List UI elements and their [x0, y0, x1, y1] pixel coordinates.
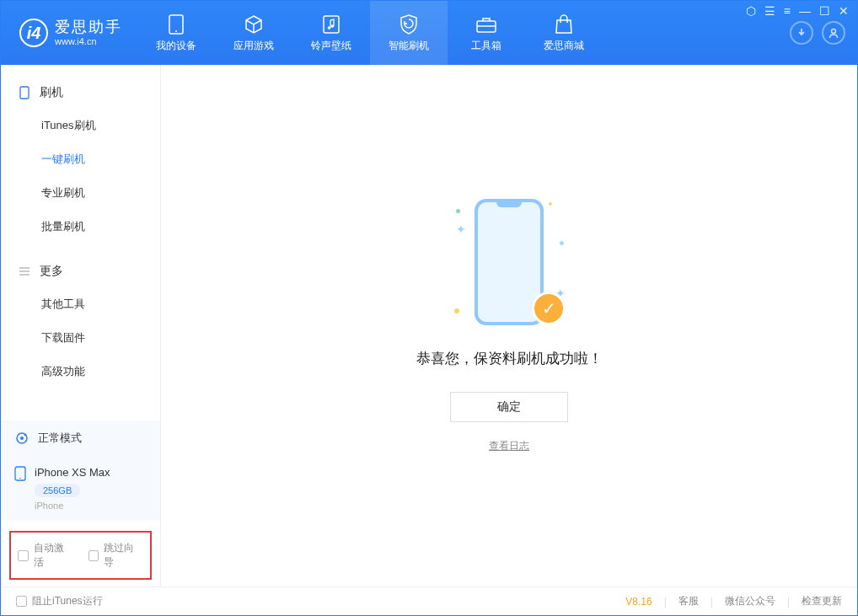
app-name: 爱思助手: [55, 19, 122, 36]
sidebar-section-more[interactable]: 更多: [1, 255, 160, 287]
header: ⬡ ☰ ≡ — ☐ ✕ i4 爱思助手 www.i4.cn 我的设备 应用游戏: [1, 1, 857, 65]
device-storage: 256GB: [35, 484, 80, 497]
music-icon: [320, 13, 342, 35]
shirt-icon[interactable]: ⬡: [746, 4, 756, 18]
phone-icon: [18, 86, 31, 99]
tab-toolbox[interactable]: 工具箱: [448, 1, 525, 65]
footer: 阻止iTunes运行 V8.16 | 客服 | 微信公众号 | 检查更新: [1, 587, 857, 615]
svg-rect-2: [324, 16, 339, 33]
toolbox-icon: [475, 13, 497, 35]
close-icon[interactable]: ✕: [839, 4, 849, 18]
success-illustration: ✦✦ ✓: [454, 199, 564, 334]
maximize-icon[interactable]: ☐: [819, 4, 830, 18]
footer-link-update[interactable]: 检查更新: [802, 594, 842, 608]
tab-ringtones[interactable]: 铃声壁纸: [292, 1, 370, 65]
tab-my-device[interactable]: 我的设备: [137, 1, 215, 65]
device-name: iPhone XS Max: [35, 466, 110, 479]
list-icon[interactable]: ☰: [764, 4, 775, 18]
device-mode[interactable]: 正常模式: [1, 420, 160, 456]
checkbox-box: [16, 596, 27, 607]
sidebar-section-flash[interactable]: 刷机: [1, 77, 160, 109]
logo-icon: i4: [19, 19, 48, 47]
svg-point-6: [832, 29, 836, 34]
bag-icon: [553, 13, 575, 35]
sidebar-item-pro-flash[interactable]: 专业刷机: [1, 176, 160, 210]
device-icon-small: [14, 466, 26, 481]
sidebar-item-itunes-flash[interactable]: iTunes刷机: [1, 109, 160, 142]
user-button[interactable]: [822, 21, 845, 45]
more-icon: [18, 265, 31, 278]
cube-icon: [243, 13, 265, 35]
menu-icon[interactable]: ≡: [784, 4, 791, 18]
check-icon: ✓: [532, 292, 566, 325]
ok-button[interactable]: 确定: [450, 392, 568, 422]
checkbox-box: [18, 550, 29, 561]
minimize-icon[interactable]: —: [799, 4, 811, 18]
checkbox-block-itunes[interactable]: 阻止iTunes运行: [16, 594, 103, 608]
logo[interactable]: i4 爱思助手 www.i4.cn: [1, 1, 137, 65]
svg-point-4: [331, 24, 335, 28]
checkbox-box: [88, 550, 99, 561]
svg-point-11: [19, 478, 21, 479]
shield-icon: [398, 13, 420, 35]
app-url: www.i4.cn: [55, 36, 122, 46]
window-controls: ⬡ ☰ ≡ — ☐ ✕: [746, 4, 849, 18]
device-info[interactable]: iPhone XS Max 256GB iPhone: [1, 456, 160, 521]
tab-store[interactable]: 爱思商城: [525, 1, 603, 65]
sidebar-item-download-firmware[interactable]: 下载固件: [1, 321, 160, 355]
svg-point-1: [175, 30, 177, 32]
sidebar-item-other-tools[interactable]: 其他工具: [1, 287, 160, 321]
checkbox-skip-guide[interactable]: 跳过向导: [88, 541, 144, 570]
view-log-link[interactable]: 查看日志: [489, 439, 529, 453]
device-type: iPhone: [35, 501, 110, 511]
footer-link-wechat[interactable]: 微信公众号: [725, 594, 775, 608]
tab-flash[interactable]: 智能刷机: [370, 1, 448, 65]
download-button[interactable]: [790, 21, 813, 45]
mode-icon: [14, 431, 29, 446]
main-content: ✦✦ ✓ 恭喜您，保资料刷机成功啦！ 确定 查看日志: [161, 65, 857, 587]
svg-rect-7: [20, 87, 29, 99]
svg-point-9: [20, 437, 24, 440]
tab-apps[interactable]: 应用游戏: [215, 1, 292, 65]
sidebar-item-batch-flash[interactable]: 批量刷机: [1, 210, 160, 244]
svg-point-3: [328, 26, 331, 29]
sidebar: 刷机 iTunes刷机 一键刷机 专业刷机 批量刷机 更多 其他工具 下载固件 …: [1, 65, 161, 587]
checkbox-row: 自动激活 跳过向导: [9, 531, 152, 580]
version-label: V8.16: [625, 596, 652, 608]
checkbox-auto-activate[interactable]: 自动激活: [18, 541, 73, 570]
success-message: 恭喜您，保资料刷机成功啦！: [416, 349, 603, 368]
sidebar-item-advanced[interactable]: 高级功能: [1, 355, 160, 388]
device-icon: [165, 13, 187, 35]
header-tabs: 我的设备 应用游戏 铃声壁纸 智能刷机 工具箱 爱思商城: [137, 1, 603, 65]
footer-link-support[interactable]: 客服: [678, 594, 699, 608]
sidebar-item-oneclick-flash[interactable]: 一键刷机: [1, 142, 160, 176]
